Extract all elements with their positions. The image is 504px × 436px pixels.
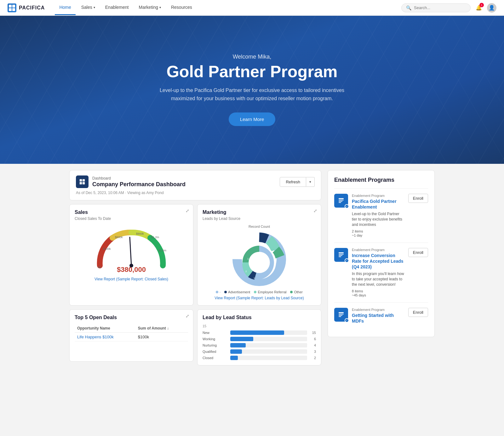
enroll-button-0[interactable]: Enroll — [408, 194, 428, 203]
sales-chart-title: Sales — [75, 209, 188, 215]
enroll-icon-0: ✓ — [334, 194, 348, 208]
bar-label-new: New — [203, 331, 228, 335]
legend-dot-blue — [216, 291, 218, 293]
svg-rect-1 — [83, 179, 85, 181]
notification-button[interactable]: 🔔 1 — [474, 3, 483, 12]
svg-text:$600k: $600k — [115, 236, 123, 239]
hero-banner: Welcome Mika, Gold Partner Program Level… — [0, 16, 504, 164]
enroll-svg-icon-0 — [337, 197, 345, 204]
check-badge-0: ✓ — [345, 204, 349, 209]
enablement-meta-1: 8 items ~45 days — [352, 289, 404, 297]
navigation: PACIFICA Home Sales ▾ Enablement Marketi… — [0, 0, 504, 16]
check-badge-2: ✓ — [345, 318, 349, 323]
sales-dropdown-icon: ▾ — [94, 6, 95, 9]
svg-rect-0 — [80, 179, 82, 181]
bar-chart: New 15 Working 6 Nurturing — [203, 330, 316, 360]
gauge-container: $0 $300k $600k $900k $1.2m $1.5m $380,00… — [75, 225, 188, 284]
marketing-expand-button[interactable]: ⤢ — [313, 208, 317, 213]
lead-y-label: 15 — [203, 324, 316, 328]
enablement-info-1: Enablement Program Increase Conversion R… — [352, 248, 404, 297]
search-bar: 🔍 — [401, 3, 471, 12]
hero-welcome: Welcome Mika, — [149, 54, 355, 60]
sales-chart-card: ⤢ Sales Closed Sales To Date — [69, 204, 193, 306]
marketing-chart-card: ⤢ Marketing Leads by Lead Source Record … — [197, 204, 321, 306]
enablement-items-1: 8 items — [352, 289, 404, 293]
gauge-svg: $0 $300k $600k $900k $1.2m $1.5m — [94, 228, 169, 269]
nav-marketing[interactable]: Marketing ▾ — [134, 0, 165, 15]
marketing-chart-subtitle: Leads by Lead Source — [203, 216, 316, 221]
svg-text:1: 1 — [254, 277, 255, 279]
user-avatar[interactable]: 👤 — [487, 3, 496, 13]
right-column: Enablement Programs ✓ Enablement Program… — [328, 170, 435, 369]
svg-text:$900k: $900k — [136, 232, 144, 235]
sales-chart-subtitle: Closed Sales To Date — [75, 216, 188, 221]
nav-home[interactable]: Home — [55, 0, 75, 15]
nav-resources[interactable]: Resources — [167, 0, 197, 15]
enablement-type-1: Enablement Program — [352, 248, 404, 252]
dashboard-title-left: Dashboard Company Performance Dashboard — [76, 175, 186, 188]
enroll-button-2[interactable]: Enroll — [408, 308, 428, 317]
enablement-name-2[interactable]: Getting Started with MDFs — [352, 313, 404, 324]
enablement-desc-1: In this program you'll learn how to take… — [352, 271, 404, 287]
bar-fill-nurturing — [230, 343, 246, 347]
logo-text: PACIFICA — [19, 5, 45, 11]
deal-amount: $100k — [135, 333, 188, 341]
enablement-items-0: 2 items — [352, 229, 404, 233]
deals-col-amount: Sum of Amount ↓ — [135, 324, 188, 333]
svg-rect-21 — [339, 202, 341, 203]
hero-title: Gold Partner Program — [149, 63, 355, 81]
deal-name[interactable]: Life Happens $100k — [75, 333, 135, 341]
enablement-name-0[interactable]: Pacifica Gold Partner Enablement — [352, 198, 404, 210]
svg-rect-19 — [339, 200, 344, 200]
legend-dot-green — [290, 291, 293, 293]
bar-label-closed: Closed — [203, 356, 228, 360]
refresh-button[interactable]: Refresh — [280, 177, 306, 187]
svg-text:$1.5m: $1.5m — [158, 249, 166, 252]
enablement-item-1: ✓ Enablement Program Increase Conversion… — [334, 243, 428, 302]
main-content: Dashboard Company Performance Dashboard … — [63, 164, 441, 376]
marketing-dropdown-icon: ▾ — [159, 6, 161, 9]
enablement-item-0: ✓ Enablement Program Pacifica Gold Partn… — [334, 188, 428, 243]
svg-rect-26 — [339, 312, 344, 313]
lead-status-title: Lead by Lead Status — [203, 315, 316, 320]
search-icon: 🔍 — [406, 5, 411, 10]
enablement-type-0: Enablement Program — [352, 194, 404, 198]
donut-svg-proper: 13 1 2 1 — [234, 237, 284, 288]
bar-row-nurturing: Nurturing 4 — [203, 343, 316, 347]
record-count-label: Record Count — [249, 225, 270, 228]
legend-dot-teal — [254, 291, 256, 293]
enablement-name-1[interactable]: Increase Conversion Rate for Accepted Le… — [352, 253, 404, 270]
deals-expand-button[interactable]: ⤢ — [186, 313, 189, 318]
svg-rect-2 — [80, 182, 82, 184]
learn-more-button[interactable]: Learn More — [229, 112, 276, 126]
enroll-svg-icon-1 — [337, 251, 345, 259]
nav-links: Home Sales ▾ Enablement Marketing ▾ Reso… — [55, 0, 401, 15]
enablement-info-2: Enablement Program Getting Started with … — [352, 308, 404, 325]
nav-sales[interactable]: Sales ▾ — [77, 0, 100, 15]
refresh-dropdown-button[interactable]: ▾ — [306, 177, 315, 187]
svg-rect-18 — [339, 198, 344, 199]
sales-report-link[interactable]: View Report (Sample Report: Closed Sales… — [94, 277, 168, 281]
enablement-title: Enablement Programs — [334, 177, 428, 183]
nav-enablement[interactable]: Enablement — [101, 0, 133, 15]
sales-expand-button[interactable]: ⤢ — [186, 208, 189, 213]
marketing-report-link[interactable]: View Report (Sample Report: Leads by Lea… — [215, 296, 304, 300]
enablement-info-0: Enablement Program Pacifica Gold Partner… — [352, 194, 404, 238]
logo[interactable]: PACIFICA — [8, 3, 45, 12]
svg-rect-27 — [339, 314, 344, 314]
dashboard-actions: Refresh ▾ — [280, 177, 315, 187]
bar-count-closed: 2 — [310, 356, 316, 360]
charts-grid: ⤢ Sales Closed Sales To Date — [69, 204, 321, 306]
bar-count-working: 6 — [310, 337, 316, 341]
svg-rect-3 — [83, 182, 85, 184]
legend-item-other: Other — [290, 290, 303, 294]
legend-dot-navy — [224, 291, 227, 293]
enroll-button-1[interactable]: Enroll — [408, 248, 428, 257]
deals-col-name: Opportunity Name — [75, 324, 135, 333]
bar-label-working: Working — [203, 337, 228, 341]
svg-rect-28 — [339, 315, 342, 316]
search-input[interactable] — [414, 5, 466, 10]
dashboard-title-row: Dashboard Company Performance Dashboard … — [76, 175, 315, 188]
dashboard-meta: As of Dec 5, 2023, 10:06 AM · Viewing as… — [76, 191, 315, 195]
enablement-desc-0: Level-up to the Gold Partner tier to enj… — [352, 211, 404, 227]
